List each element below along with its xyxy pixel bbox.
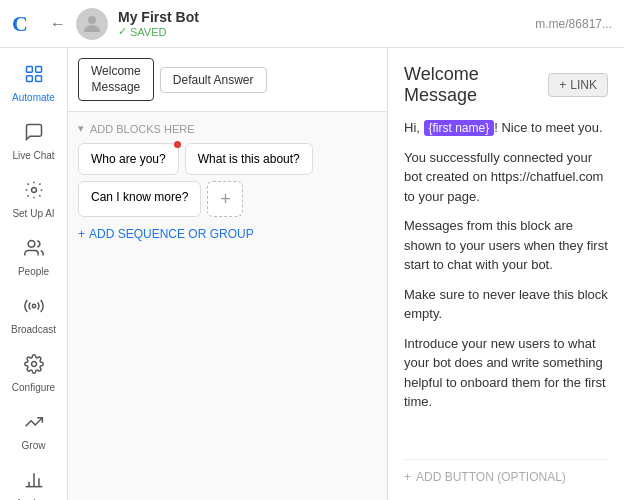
preview-header: Welcome Message + LINK <box>404 64 608 106</box>
flow-blocks: Who are you? What is this about? Can I k… <box>78 143 377 217</box>
back-button[interactable]: ← <box>50 15 66 33</box>
svg-rect-2 <box>35 67 41 73</box>
topbar: C ← My First Bot ✓ SAVED m.me/86817... <box>0 0 624 48</box>
svg-point-5 <box>31 188 36 193</box>
link-icon: + <box>559 78 566 92</box>
chevron-icon: ▾ <box>78 122 84 135</box>
content-area: Welcome Message Default Answer ▾ ADD BLO… <box>68 48 624 500</box>
red-dot <box>174 141 181 148</box>
broadcast-icon <box>24 296 44 321</box>
sidebar-label-automate: Automate <box>12 92 55 104</box>
message-5: Introduce your new users to what your bo… <box>404 334 608 412</box>
people-icon <box>24 238 44 263</box>
svg-rect-3 <box>26 76 32 82</box>
flow-body: ▾ ADD BLOCKS HERE Who are you? What is t… <box>68 112 387 500</box>
preview-messages: Hi, {first name}! Nice to meet you. You … <box>404 118 608 451</box>
preview-title: Welcome Message <box>404 64 548 106</box>
bot-info: My First Bot ✓ SAVED <box>118 9 199 38</box>
main-layout: Automate Live Chat Set Up AI <box>0 48 624 500</box>
msg1-after: ! Nice to meet you. <box>494 120 602 135</box>
svg-point-0 <box>88 16 96 24</box>
add-block-button[interactable]: + <box>207 181 243 217</box>
first-name-tag: {first name} <box>424 120 495 136</box>
sidebar-item-grow[interactable]: Grow <box>4 404 64 460</box>
add-button-section[interactable]: + ADD BUTTON (OPTIONAL) <box>404 459 608 484</box>
message-3: Messages from this block are shown to yo… <box>404 216 608 275</box>
sidebar-label-live-chat: Live Chat <box>12 150 54 162</box>
add-sequence-label: ADD SEQUENCE OR GROUP <box>89 227 254 241</box>
svg-point-8 <box>31 362 36 367</box>
svg-point-6 <box>28 241 35 248</box>
sidebar-label-configure: Configure <box>12 382 55 394</box>
add-blocks-header[interactable]: ▾ ADD BLOCKS HERE <box>78 122 377 135</box>
block-who-are-you[interactable]: Who are you? <box>78 143 179 175</box>
svg-point-7 <box>32 304 35 307</box>
app-logo: C <box>12 11 40 37</box>
saved-status: ✓ SAVED <box>118 25 199 38</box>
sidebar-label-broadcast: Broadcast <box>11 324 56 336</box>
check-icon: ✓ <box>118 25 127 38</box>
bot-avatar <box>76 8 108 40</box>
sidebar-item-live-chat[interactable]: Live Chat <box>4 114 64 170</box>
automate-icon <box>24 64 44 89</box>
bot-url: m.me/86817... <box>535 17 612 31</box>
sidebar-item-broadcast[interactable]: Broadcast <box>4 288 64 344</box>
configure-icon <box>24 354 44 379</box>
flow-tabs: Welcome Message Default Answer <box>68 48 387 112</box>
svg-rect-1 <box>26 67 32 73</box>
flow-area: Welcome Message Default Answer ▾ ADD BLO… <box>68 48 388 500</box>
bot-name: My First Bot <box>118 9 199 25</box>
sidebar-item-automate[interactable]: Automate <box>4 56 64 112</box>
sidebar-label-people: People <box>18 266 49 278</box>
sidebar-label-set-up-ai: Set Up AI <box>12 208 54 220</box>
sidebar: Automate Live Chat Set Up AI <box>0 48 68 500</box>
tab-default-answer[interactable]: Default Answer <box>160 67 267 93</box>
sidebar-item-people[interactable]: People <box>4 230 64 286</box>
live-chat-icon <box>24 122 44 147</box>
message-2: You successfully connected your bot crea… <box>404 148 608 207</box>
svg-rect-4 <box>35 76 41 82</box>
add-blocks-label: ADD BLOCKS HERE <box>90 123 195 135</box>
grow-icon <box>24 412 44 437</box>
plus-icon: + <box>404 470 411 484</box>
block-what-is-this[interactable]: What is this about? <box>185 143 313 175</box>
tab-welcome-message[interactable]: Welcome Message <box>78 58 154 101</box>
sidebar-item-configure[interactable]: Configure <box>4 346 64 402</box>
sidebar-item-analyze[interactable]: Analyze <box>4 462 64 500</box>
analyze-icon <box>24 470 44 495</box>
msg1-before: Hi, <box>404 120 424 135</box>
link-button[interactable]: + LINK <box>548 73 608 97</box>
preview-area: Welcome Message + LINK Hi, {first name}!… <box>388 48 624 500</box>
sidebar-label-grow: Grow <box>22 440 46 452</box>
message-4: Make sure to never leave this block empt… <box>404 285 608 324</box>
message-1: Hi, {first name}! Nice to meet you. <box>404 118 608 138</box>
block-can-i-know[interactable]: Can I know more? <box>78 181 201 217</box>
add-button-label: ADD BUTTON (OPTIONAL) <box>416 470 566 484</box>
set-up-ai-icon <box>24 180 44 205</box>
link-label: LINK <box>570 78 597 92</box>
sidebar-item-set-up-ai[interactable]: Set Up AI <box>4 172 64 228</box>
add-sequence-button[interactable]: + ADD SEQUENCE OR GROUP <box>78 227 377 241</box>
plus-icon: + <box>78 227 85 241</box>
